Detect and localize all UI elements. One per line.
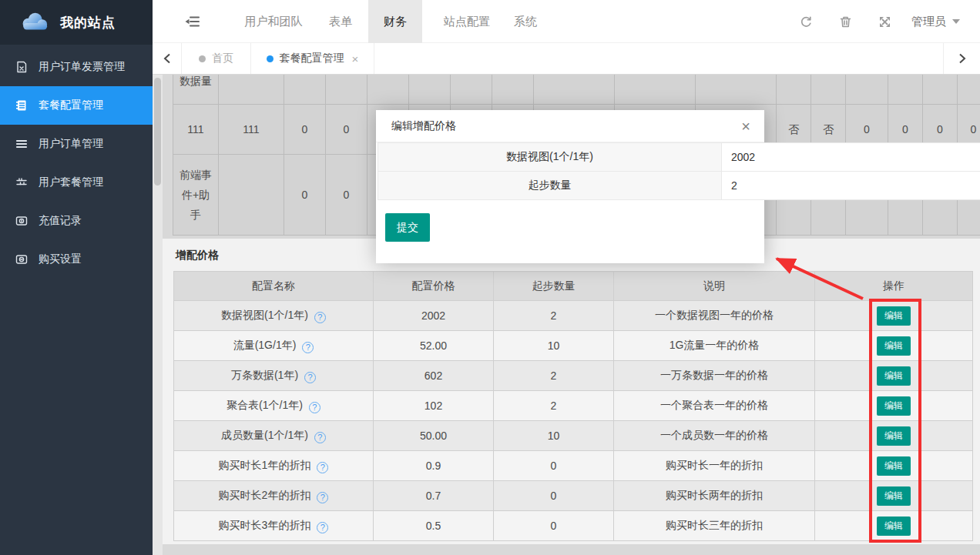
- sidebar: 我的站点 用户订单发票管理 套餐配置管理: [0, 0, 153, 555]
- edit-button[interactable]: 编辑: [877, 336, 911, 356]
- help-icon[interactable]: ?: [302, 342, 314, 353]
- table-row: 购买时长2年的折扣? 0.7 0 购买时长两年的折扣 编辑: [174, 481, 973, 511]
- description: 一个成员数一年的价格: [614, 421, 815, 451]
- config-name: 万条数据(1年): [231, 369, 298, 381]
- tab-home[interactable]: 首页: [182, 43, 251, 74]
- min-qty: 0: [494, 451, 614, 481]
- config-name: 数据视图(1个/1年): [221, 309, 308, 321]
- config-name: 成员数量(1个/1年): [221, 429, 308, 441]
- sidebar-item-user-packages[interactable]: 用户套餐管理: [0, 163, 153, 202]
- edit-button[interactable]: 编辑: [877, 456, 911, 476]
- config-price-input[interactable]: [722, 144, 980, 171]
- help-icon[interactable]: ?: [317, 492, 328, 503]
- table-row: 数据视图(1个/1年)? 2002 2 一个数据视图一年的价格 编辑: [174, 301, 973, 331]
- min-qty: 0: [494, 481, 614, 511]
- user-dropdown[interactable]: 管理员: [911, 0, 960, 43]
- config-price: 602: [374, 361, 494, 391]
- collapse-menu-icon[interactable]: [185, 15, 200, 28]
- sidebar-item-label: 用户订单管理: [39, 137, 103, 151]
- help-icon[interactable]: ?: [317, 522, 328, 533]
- description: 购买时长两年的折扣: [614, 481, 815, 511]
- nav-item-forms[interactable]: 表单: [319, 0, 362, 43]
- description: 一个聚合表一年的价格: [614, 391, 815, 421]
- logo: 我的站点: [0, 0, 153, 45]
- description: 购买时长一年的折扣: [614, 451, 815, 481]
- modal-title: 编辑增配价格: [391, 119, 741, 133]
- sidebar-item-recharge-records[interactable]: 充值记录: [0, 202, 153, 240]
- page-background: [163, 544, 980, 555]
- min-qty: 2: [494, 301, 614, 331]
- tab-label: 套餐配置管理: [280, 52, 344, 65]
- config-price: 0.9: [374, 451, 494, 481]
- sidebar-item-package-config[interactable]: 套餐配置管理: [0, 86, 153, 125]
- cloud-logo-icon: [18, 11, 51, 35]
- description: 一个数据视图一年的价格: [614, 301, 815, 331]
- sidebar-item-label: 用户套餐管理: [39, 176, 103, 189]
- modal-close-icon[interactable]: ×: [741, 119, 750, 134]
- help-icon[interactable]: ?: [314, 432, 326, 443]
- section-title: 增配价格: [176, 249, 219, 262]
- table-header-row: 配置名称 配置价格 起步数量 说明 操作: [174, 272, 973, 301]
- sidebar-item-label: 充值记录: [39, 214, 82, 228]
- col-actions: 操作: [815, 272, 973, 301]
- help-icon[interactable]: ?: [309, 402, 321, 413]
- min-qty-input[interactable]: [722, 172, 980, 199]
- caret-down-icon: [952, 19, 960, 24]
- form-row: 数据视图(1个/1年): [378, 143, 980, 172]
- sidebar-item-label: 用户订单发票管理: [39, 60, 125, 74]
- config-price: 52.00: [374, 331, 494, 361]
- invoice-icon: [15, 61, 28, 74]
- field-label: 数据视图(1个/1年): [378, 143, 722, 172]
- edit-button[interactable]: 编辑: [877, 426, 911, 446]
- tab-package-config[interactable]: 套餐配置管理 ×: [251, 43, 374, 74]
- nav-item-finance[interactable]: 财务: [368, 0, 422, 43]
- edit-button[interactable]: 编辑: [877, 486, 911, 506]
- trash-icon[interactable]: [839, 15, 852, 28]
- chevron-right-icon[interactable]: [943, 43, 980, 74]
- table-row: 数据量: [173, 75, 980, 105]
- help-icon[interactable]: ?: [314, 312, 326, 323]
- sidebar-item-invoice-management[interactable]: 用户订单发票管理: [0, 48, 153, 86]
- nav-item-system[interactable]: 系统: [504, 0, 547, 43]
- scrollbar-thumb[interactable]: [154, 78, 161, 186]
- refresh-icon[interactable]: [800, 15, 813, 28]
- description: 一万条数据一年的价格: [614, 361, 815, 391]
- username-label: 管理员: [911, 15, 946, 29]
- sidebar-item-purchase-settings[interactable]: 购买设置: [0, 240, 153, 279]
- content-scrollbar: [153, 75, 163, 555]
- config-price: 0.5: [374, 511, 494, 541]
- fullscreen-icon[interactable]: [878, 15, 891, 28]
- config-price: 2002: [374, 301, 494, 331]
- edit-addon-price-modal: 编辑增配价格 × 数据视图(1个/1年) 起步数量 提交: [376, 110, 764, 263]
- config-name: 购买时长2年的折扣: [219, 489, 311, 501]
- edit-button[interactable]: 编辑: [877, 396, 911, 416]
- form-row: 起步数量: [378, 172, 980, 200]
- help-icon[interactable]: ?: [317, 462, 328, 473]
- sidebar-item-user-orders[interactable]: 用户订单管理: [0, 125, 153, 163]
- edit-button[interactable]: 编辑: [877, 517, 911, 536]
- table-row: 万条数据(1年)? 602 2 一万条数据一年的价格 编辑: [174, 361, 973, 391]
- nav-item-site-config[interactable]: 站点配置: [433, 0, 501, 43]
- config-name: 购买时长3年的折扣: [219, 519, 311, 531]
- edit-button[interactable]: 编辑: [877, 366, 911, 386]
- nav-item-label: 表单: [329, 15, 352, 29]
- config-name: 流量(1G/1年): [233, 339, 297, 351]
- nav-item-label: 财务: [384, 15, 407, 29]
- help-icon[interactable]: ?: [304, 372, 316, 383]
- description: 购买时长三年的折扣: [614, 511, 815, 541]
- tab-dot: [267, 55, 274, 62]
- recharge-record-icon: [15, 215, 28, 228]
- min-qty: 2: [494, 361, 614, 391]
- close-icon[interactable]: ×: [352, 52, 359, 65]
- col-config-name: 配置名称: [174, 272, 374, 301]
- table-row: 成员数量(1个/1年)? 50.00 10 一个成员数一年的价格 编辑: [174, 421, 973, 451]
- modal-form: 数据视图(1个/1年) 起步数量: [378, 142, 980, 200]
- table-row: 流量(1G/1年)? 52.00 10 1G流量一年的价格 编辑: [174, 331, 973, 361]
- nav-item-users-teams[interactable]: 用户和团队: [239, 0, 308, 43]
- package-config-icon: [15, 99, 28, 112]
- col-description: 说明: [614, 272, 815, 301]
- submit-button[interactable]: 提交: [385, 213, 430, 242]
- edit-button[interactable]: 编辑: [877, 306, 911, 326]
- chevron-left-icon[interactable]: [153, 43, 182, 74]
- config-price: 102: [374, 391, 494, 421]
